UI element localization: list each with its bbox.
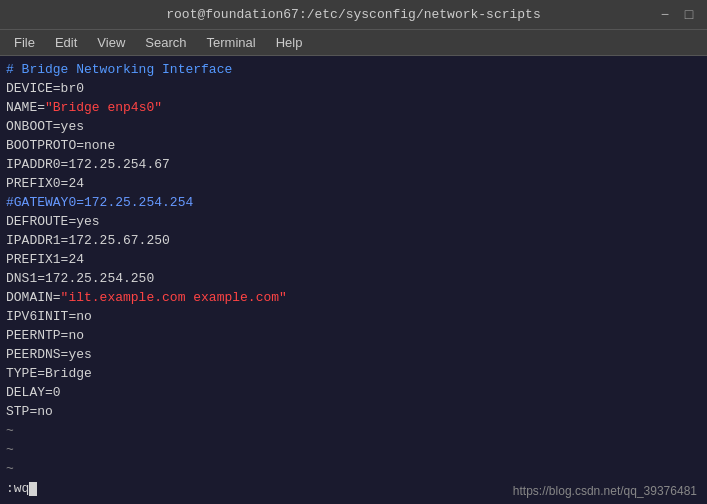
line-11-text: PREFIX1=24 (6, 252, 84, 267)
line-3-quoted: "Bridge enp4s0" (45, 100, 162, 115)
line-17: TYPE=Bridge (6, 364, 701, 383)
line-11: PREFIX1=24 (6, 250, 701, 269)
line-3-prefix: NAME= (6, 100, 45, 115)
line-12: DNS1=172.25.254.250 (6, 269, 701, 288)
line-4-text: ONBOOT=yes (6, 119, 84, 134)
line-22: ~ (6, 459, 701, 478)
line-2: DEVICE=br0 (6, 79, 701, 98)
titlebar: root@foundation67:/etc/sysconfig/network… (0, 0, 707, 30)
line-10-text: IPADDR1=172.25.67.250 (6, 233, 170, 248)
line-2-text: DEVICE=br0 (6, 81, 84, 96)
line-19: STP=no (6, 402, 701, 421)
line-1: # Bridge Networking Interface (6, 60, 701, 79)
line-21-tilde: ~ (6, 442, 14, 457)
menu-help[interactable]: Help (266, 33, 313, 52)
line-6: IPADDR0=172.25.254.67 (6, 155, 701, 174)
line-18-text: DELAY=0 (6, 385, 61, 400)
menu-view[interactable]: View (87, 33, 135, 52)
line-21: ~ (6, 440, 701, 459)
command-text: :wq (6, 481, 29, 496)
line-14: IPV6INIT=no (6, 307, 701, 326)
line-13-prefix: DOMAIN= (6, 290, 61, 305)
line-22-tilde: ~ (6, 461, 14, 476)
line-19-text: STP=no (6, 404, 53, 419)
line-10: IPADDR1=172.25.67.250 (6, 231, 701, 250)
line-5: BOOTPROTO=none (6, 136, 701, 155)
menu-edit[interactable]: Edit (45, 33, 87, 52)
line-13: DOMAIN="ilt.example.com example.com" (6, 288, 701, 307)
minimize-button[interactable]: − (657, 7, 673, 23)
titlebar-title: root@foundation67:/etc/sysconfig/network… (50, 7, 657, 22)
titlebar-controls: − □ (657, 7, 697, 23)
line-8-text: #GATEWAY0=172.25.254.254 (6, 195, 193, 210)
line-6-text: IPADDR0=172.25.254.67 (6, 157, 170, 172)
menu-file[interactable]: File (4, 33, 45, 52)
line-9: DEFROUTE=yes (6, 212, 701, 231)
line-20: ~ (6, 421, 701, 440)
command-line: :wq (6, 479, 37, 498)
menu-terminal[interactable]: Terminal (197, 33, 266, 52)
line-18: DELAY=0 (6, 383, 701, 402)
line-1-text: # Bridge Networking Interface (6, 62, 232, 77)
terminal[interactable]: # Bridge Networking Interface DEVICE=br0… (0, 56, 707, 504)
line-5-text: BOOTPROTO=none (6, 138, 115, 153)
cursor (29, 482, 37, 496)
line-7: PREFIX0=24 (6, 174, 701, 193)
line-17-text: TYPE=Bridge (6, 366, 92, 381)
line-16: PEERDNS=yes (6, 345, 701, 364)
line-20-tilde: ~ (6, 423, 14, 438)
line-8: #GATEWAY0=172.25.254.254 (6, 193, 701, 212)
maximize-button[interactable]: □ (681, 7, 697, 23)
line-7-text: PREFIX0=24 (6, 176, 84, 191)
line-3: NAME="Bridge enp4s0" (6, 98, 701, 117)
line-14-text: IPV6INIT=no (6, 309, 92, 324)
line-9-text: DEFROUTE=yes (6, 214, 100, 229)
line-4: ONBOOT=yes (6, 117, 701, 136)
menubar: File Edit View Search Terminal Help (0, 30, 707, 56)
menu-search[interactable]: Search (135, 33, 196, 52)
line-15-text: PEERNTP=no (6, 328, 84, 343)
watermark: https://blog.csdn.net/qq_39376481 (513, 484, 697, 498)
line-16-text: PEERDNS=yes (6, 347, 92, 362)
line-13-quoted: "ilt.example.com example.com" (61, 290, 287, 305)
line-12-text: DNS1=172.25.254.250 (6, 271, 154, 286)
line-15: PEERNTP=no (6, 326, 701, 345)
